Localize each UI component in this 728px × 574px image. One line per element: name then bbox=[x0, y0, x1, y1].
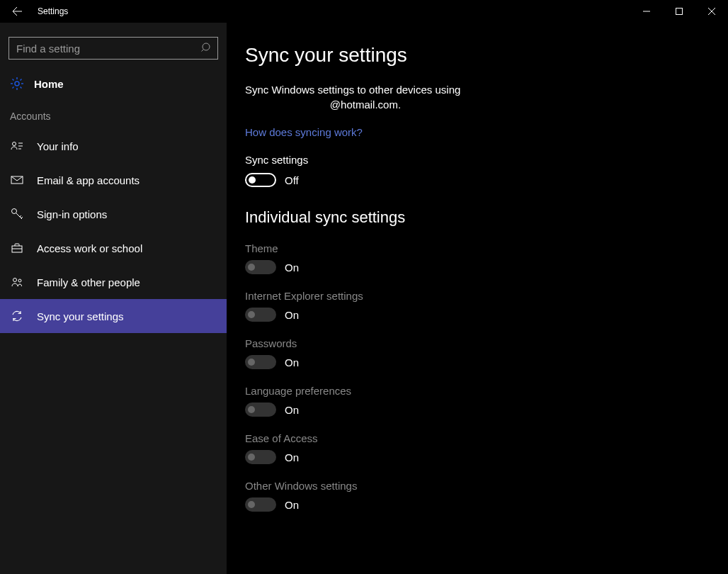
content-pane: Sync your settings Sync Windows settings… bbox=[227, 23, 728, 574]
sidebar-item-label: Sign-in options bbox=[37, 208, 107, 220]
window-title: Settings bbox=[34, 6, 68, 16]
briefcase-icon bbox=[10, 242, 24, 254]
passwords-state: On bbox=[285, 356, 299, 368]
titlebar: Settings bbox=[0, 0, 728, 23]
theme-label: Theme bbox=[245, 242, 728, 254]
svg-point-8 bbox=[18, 279, 21, 282]
sidebar-item-email-accounts[interactable]: Email & app accounts bbox=[0, 163, 227, 197]
back-button[interactable] bbox=[0, 0, 34, 23]
account-email: @hotmail.com. bbox=[245, 99, 486, 111]
sidebar-item-signin-options[interactable]: Sign-in options bbox=[0, 197, 227, 231]
search-icon bbox=[201, 42, 212, 53]
other-label: Other Windows settings bbox=[245, 480, 728, 492]
arrow-left-icon bbox=[11, 6, 23, 17]
maximize-button[interactable] bbox=[663, 0, 695, 23]
sidebar: Home Accounts Your info Email & app acco… bbox=[0, 23, 227, 574]
ie-toggle[interactable] bbox=[245, 308, 276, 322]
key-icon bbox=[10, 208, 24, 220]
gear-icon bbox=[10, 77, 24, 91]
sidebar-item-label: Your info bbox=[37, 140, 79, 152]
language-state: On bbox=[285, 404, 299, 416]
svg-point-5 bbox=[12, 209, 17, 214]
theme-toggle[interactable] bbox=[245, 260, 276, 274]
minimize-icon bbox=[643, 8, 650, 15]
svg-rect-0 bbox=[676, 9, 683, 15]
home-nav[interactable]: Home bbox=[0, 69, 227, 98]
user-card-icon bbox=[10, 140, 24, 152]
sync-master-toggle[interactable] bbox=[245, 173, 276, 187]
section-title: Individual sync settings bbox=[245, 208, 728, 227]
passwords-toggle[interactable] bbox=[245, 355, 276, 369]
sync-master-state: Off bbox=[285, 174, 299, 186]
close-icon bbox=[708, 8, 715, 15]
other-state: On bbox=[285, 499, 299, 511]
sidebar-item-label: Family & other people bbox=[37, 276, 140, 288]
category-label: Accounts bbox=[0, 105, 227, 129]
ease-toggle[interactable] bbox=[245, 450, 276, 464]
sidebar-item-label: Access work or school bbox=[37, 242, 142, 254]
ease-state: On bbox=[285, 451, 299, 463]
mail-icon bbox=[10, 174, 24, 186]
svg-point-7 bbox=[13, 278, 17, 282]
sidebar-item-work-school[interactable]: Access work or school bbox=[0, 231, 227, 265]
language-label: Language preferences bbox=[245, 385, 728, 397]
ie-label: Internet Explorer settings bbox=[245, 290, 728, 302]
sidebar-item-label: Sync your settings bbox=[37, 310, 124, 322]
svg-point-2 bbox=[15, 81, 19, 86]
svg-point-3 bbox=[13, 142, 16, 146]
sidebar-item-sync[interactable]: Sync your settings bbox=[0, 299, 227, 333]
sync-icon bbox=[10, 310, 24, 322]
maximize-icon bbox=[676, 8, 683, 15]
sidebar-item-family[interactable]: Family & other people bbox=[0, 265, 227, 299]
page-description: Sync Windows settings to other devices u… bbox=[245, 82, 486, 97]
language-toggle[interactable] bbox=[245, 403, 276, 417]
close-button[interactable] bbox=[695, 0, 728, 23]
other-toggle[interactable] bbox=[245, 497, 276, 512]
theme-state: On bbox=[285, 261, 299, 274]
ease-label: Ease of Access bbox=[245, 432, 728, 444]
sync-master-label: Sync settings bbox=[245, 154, 728, 166]
passwords-label: Passwords bbox=[245, 337, 728, 349]
help-link[interactable]: How does syncing work? bbox=[245, 126, 728, 138]
sidebar-item-your-info[interactable]: Your info bbox=[0, 129, 227, 163]
sidebar-item-label: Email & app accounts bbox=[37, 174, 140, 186]
minimize-button[interactable] bbox=[630, 0, 663, 23]
search-input[interactable] bbox=[8, 37, 218, 60]
home-label: Home bbox=[34, 78, 64, 90]
page-title: Sync your settings bbox=[245, 44, 728, 67]
people-icon bbox=[10, 276, 24, 288]
ie-state: On bbox=[285, 309, 299, 321]
